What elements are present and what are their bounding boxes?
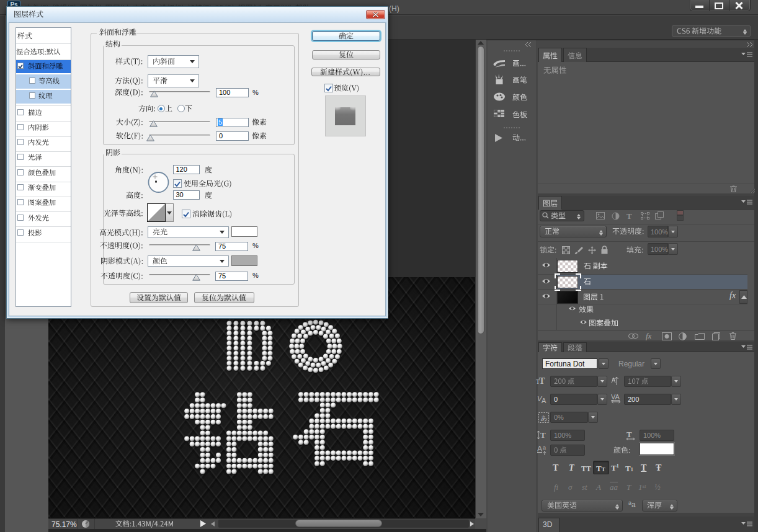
svg-text:A: A xyxy=(537,445,542,453)
svg-text:T: T xyxy=(540,430,546,440)
svg-text:VA: VA xyxy=(611,393,620,401)
svg-text:あ: あ xyxy=(540,414,547,422)
svg-text:T: T xyxy=(626,430,632,439)
svg-text:a: a xyxy=(543,445,546,451)
